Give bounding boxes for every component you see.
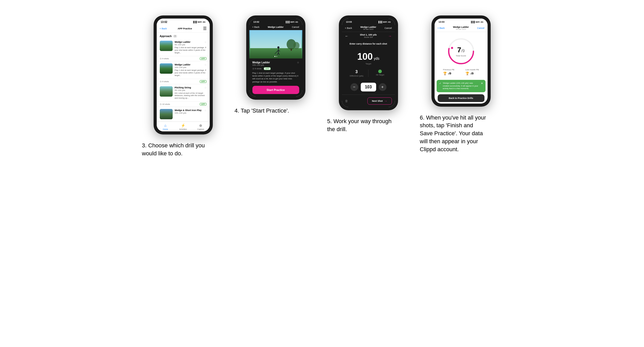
tab-capture[interactable]: ⊕ Capture [192, 123, 210, 130]
nav-title-4: Wedge Ladder 06 Mar 2023 [447, 26, 475, 30]
next-shot-label: Next Shot [372, 100, 383, 102]
drill-detail-range: 100–140 yds [252, 64, 270, 66]
time-1: 13:02 [161, 21, 167, 23]
drill-range-3: 55–100 yds [175, 89, 207, 91]
drill-detail-top: Wedge Ladder 100–140 yds ☆ [252, 61, 299, 66]
signal-icon: ▐▐▐ [192, 21, 197, 23]
phone-4: 13:03 ▐▐▐ WiFi 4G < Back Wedge Ladder 06… [431, 15, 491, 107]
next-shot-arrow[interactable]: → [388, 34, 392, 38]
svg-point-2 [277, 46, 279, 48]
signal-3: ▐▐▐ [378, 21, 382, 23]
toast-text: 'Wedge Ladder (100–140 yds)' was created… [443, 82, 479, 90]
start-practice-button[interactable]: Start Practice [252, 86, 299, 94]
dot-2 [276, 56, 277, 57]
drill-info-3: Pitching String ☆ 55–100 yds Hit 1 shot … [175, 86, 207, 99]
tab-activities[interactable]: ⚡ Activities [174, 123, 192, 130]
drill-shots-1: ◷ 9 shots [160, 57, 169, 60]
signal-4: ▐▐▐ [470, 21, 475, 23]
back-button-4[interactable]: < Back [438, 27, 445, 29]
nav-bar-3: < Back Wedge Ladder 06 Mar 2023 Cancel [342, 24, 395, 32]
star-icon-1[interactable]: ☆ [204, 41, 207, 44]
drill-item-1[interactable]: Wedge Ladder ☆ 50–100 yds Play 1 shot at… [157, 39, 210, 56]
back-button-3[interactable]: < Back [345, 27, 352, 29]
drill-item-2[interactable]: Wedge Ladder ☆ 100–140 yds Play 1 shot a… [157, 61, 210, 79]
hero-dots [274, 56, 277, 57]
menu-icon-1[interactable]: ☰ [203, 26, 207, 31]
star-icon-4[interactable]: ☆ [204, 109, 207, 112]
status-bar-4: 13:03 ▐▐▐ WiFi 4G [435, 19, 488, 24]
battery-3: 4G [388, 21, 391, 23]
stat-difference-label: Difference (yds) [350, 75, 363, 77]
decrement-button[interactable]: − [350, 83, 358, 91]
nav-bar-4: < Back Wedge Ladder 06 Mar 2023 Cancel [435, 24, 488, 32]
score-text: 7/9 Total Score [456, 46, 466, 57]
target-num: 100 [357, 51, 373, 62]
cancel-button-2[interactable]: Cancel [292, 26, 299, 28]
target-yds: 100 yds [357, 51, 380, 62]
tab-home-label: Home [163, 128, 168, 130]
clock-icon-3: ◷ [160, 103, 162, 105]
svg-point-11 [293, 42, 299, 49]
tab-activities-label: Activities [179, 128, 187, 130]
drill-hero-2 [249, 30, 302, 58]
stat-hit: Hit Target [368, 70, 392, 77]
star-icon-detail[interactable]: ☆ [297, 61, 299, 64]
check-icon: ✓ [439, 82, 441, 85]
drill-name-2: Wedge Ladder [175, 63, 191, 66]
drill-thumb-3 [160, 86, 173, 97]
next-shot-bar: 🗑 Next Shot → [342, 95, 395, 107]
section-header-1: Approach 7 [157, 33, 210, 39]
delete-icon[interactable]: 🗑 [345, 99, 348, 103]
dot-1 [274, 56, 275, 57]
drill-name-1: Wedge Ladder [175, 41, 191, 44]
star-icon-2[interactable]: ☆ [204, 63, 207, 66]
score-denom: /9 [461, 49, 465, 53]
status-bar-2: 13:02 ▐▐▐ WiFi 4G [249, 19, 302, 24]
score-circle: 7/9 Total Score [447, 37, 475, 65]
drill-meta-1: ◷ 9 shots APP [157, 56, 210, 61]
tab-home[interactable]: ⌂ Home [157, 123, 174, 130]
column-1: 13:02 ▐▐▐ WiFi 4G < Back APP Practice ☰ … [142, 15, 224, 157]
next-shot-button[interactable]: Next Shot → [367, 97, 392, 105]
distance-input[interactable]: 103 [361, 83, 376, 91]
svg-point-14 [451, 47, 453, 49]
back-button-1[interactable]: < Back [160, 27, 167, 30]
drill-info-1: Wedge Ladder ☆ 50–100 yds Play 1 shot at… [175, 41, 207, 54]
drill-image-3 [160, 86, 173, 97]
svg-rect-1 [250, 48, 302, 58]
wifi-3: WiFi [383, 21, 387, 23]
home-icon: ⌂ [164, 123, 166, 128]
increment-button[interactable]: + [379, 83, 386, 91]
drill-shots-2: ◷ 9 shots [160, 80, 169, 83]
drill-thumb-4 [160, 109, 173, 119]
prev-pb-val: 🏆 -/9 [443, 72, 454, 75]
carry-prompt: Enter carry distance for each shot [342, 40, 395, 48]
shot-nav: ← Shot 1, 100 yds Score 5/9 → [342, 32, 395, 40]
drill-image-1 [160, 41, 173, 51]
drill-detail-name: Wedge Ladder [252, 61, 270, 64]
signal-icons-4: ▐▐▐ WiFi 4G [470, 21, 483, 23]
notch-2 [268, 19, 284, 22]
toast-close-icon[interactable]: ✕ [481, 82, 483, 85]
time-3: 13:03 [346, 21, 352, 23]
shot-label: Shot 1, 100 yds [360, 33, 377, 36]
back-to-drills-button[interactable]: Back to Practice Drills [438, 94, 484, 102]
prev-shot-arrow[interactable]: ← [345, 34, 349, 38]
drill-desc-2: Play 1 shot at each target yardage. If y… [175, 69, 207, 77]
drill-item-4[interactable]: Wedge & Short Iron Play ☆ 100–140 yds [157, 107, 210, 122]
target-unit: yds [374, 56, 380, 61]
drill-thumb-2 [160, 63, 173, 74]
shot-score: Score 5/9 [360, 36, 377, 38]
phone-2: 13:02 ▐▐▐ WiFi 4G < Back Wedge Ladder Ca… [246, 15, 305, 100]
cancel-button-3[interactable]: Cancel [384, 27, 392, 29]
hero-svg [249, 30, 302, 58]
drill-desc-3: Hit 1 shot at each of the 10 target dist… [175, 92, 207, 99]
back-button-2[interactable]: < Back [252, 26, 260, 28]
cancel-button-4[interactable]: Cancel [477, 27, 484, 29]
star-icon-3[interactable]: ☆ [204, 86, 207, 89]
tab-bar-1: ⌂ Home ⚡ Activities ⊕ Capture [157, 122, 210, 131]
last-pb: Last month PB 🏆 -/9 [465, 69, 479, 75]
signal-2: ▐▐▐ [285, 21, 289, 23]
drill-detail-left: Wedge Ladder 100–140 yds [252, 61, 270, 66]
drill-item-3[interactable]: Pitching String ☆ 55–100 yds Hit 1 shot … [157, 84, 210, 102]
